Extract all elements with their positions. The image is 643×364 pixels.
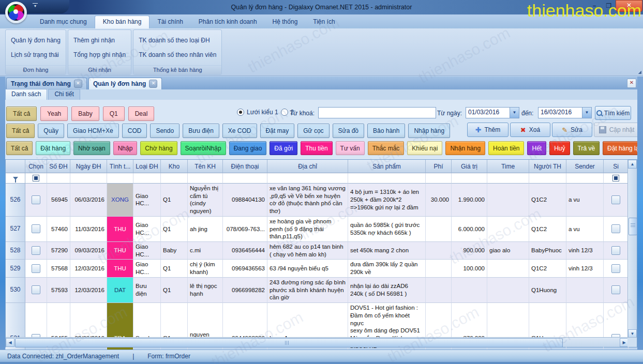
ribbon-tab-tai-chinh[interactable]: Tài chính [149,16,190,28]
column-header-time[interactable]: Time [487,160,529,173]
status-filter-button[interactable]: Huỷ [549,141,570,155]
row-si-checkbox[interactable] [611,195,620,204]
filter-cell[interactable] [452,173,487,184]
column-header-ngay-dh[interactable]: Ngày ĐH [70,160,107,173]
tab-close-icon[interactable]: ✕ [149,80,157,88]
select-cell[interactable] [25,242,47,260]
row-number[interactable]: 527 [6,217,25,242]
select-cell[interactable] [25,278,47,303]
table-row[interactable]: 527 57460 11/03/2016 THU Giao HC... Q1 a… [6,217,629,242]
row-select-checkbox[interactable] [32,195,40,204]
filter-button[interactable]: Bưu điện [183,124,219,138]
si-all-checkbox[interactable] [612,175,619,181]
filter-button[interactable]: Tất cả [6,124,35,138]
filter-cell[interactable] [348,173,426,184]
filter-button[interactable]: Quầy [38,124,64,138]
horizontal-scrollbar[interactable]: ◀ ▶ [6,337,629,347]
column-header-gia-tri[interactable]: Giá trị [452,160,487,173]
row-number[interactable]: 529 [6,260,25,277]
tabbar-close-icon[interactable]: ✕ [627,79,636,88]
select-cell[interactable] [25,184,47,217]
grid-style-1-radio[interactable] [237,109,244,116]
table-row[interactable]: 529 57568 12/03/2016 THU Giao HC... Q1 c… [6,260,629,277]
close-button[interactable]: ✕ [616,0,642,12]
filter-button[interactable]: Q1 [103,107,125,121]
table-row[interactable]: 528 57290 09/03/2016 THU Giao HC... Baby… [6,242,629,260]
column-header-chon[interactable]: Chọn [25,160,47,173]
status-filter-button[interactable]: Nhờ soạn [73,141,110,155]
column-header-loai-dh[interactable]: Loại ĐH [133,160,161,173]
status-filter-button[interactable]: Khiếu nại [407,141,442,155]
ribbon-item-them-ghi-nhan[interactable]: Thêm ghi nhận [70,36,129,45]
filter-cell[interactable] [25,173,47,184]
ribbon-item-tk-nhan-vien[interactable]: TK doanh số theo nhân viên [136,50,219,59]
date-to-picker[interactable]: 16/03/2016 ▼ [538,107,592,118]
status-filter-button[interactable]: Trả về [573,141,600,155]
status-filter-button[interactable]: Nhập [113,141,138,155]
filter-button[interactable]: Yeah [40,107,68,121]
column-header-ten-kh[interactable]: Tên KH [188,160,223,173]
select-cell[interactable] [25,260,47,277]
filter-button[interactable]: Baby [71,107,99,121]
edit-button[interactable]: ✎ Sửa [552,123,592,137]
status-filter-button[interactable]: Đặt hàng [36,141,70,155]
filter-button[interactable]: COD [122,124,147,138]
grid-style-2-radio[interactable] [281,109,288,116]
horizontal-scroll-thumb[interactable] [15,338,563,347]
add-button[interactable]: ✚ Thêm [467,123,509,137]
table-row[interactable]: 526 56945 06/03/2016 XONG Giao HC... Q1 … [6,184,629,217]
si-cell[interactable] [604,184,629,217]
filter-button[interactable]: Xe COD [222,124,257,138]
filter-cell[interactable] [566,173,604,184]
row-number[interactable]: 528 [6,242,25,260]
ribbon-item-lich-su-trang-thai[interactable]: Lịch sử trạng thái [8,50,64,59]
si-cell[interactable] [604,217,629,242]
row-select-checkbox[interactable] [32,246,40,255]
filter-cell[interactable] [426,173,452,184]
column-header-sender[interactable]: Sender [566,160,604,173]
column-header-nguoi-th[interactable]: Người TH [529,160,566,173]
status-filter-button[interactable]: Chờ hàng [140,141,177,155]
filter-cell[interactable] [529,173,566,184]
row-select-checkbox[interactable] [32,264,40,273]
select-cell[interactable] [25,217,47,242]
scroll-left-icon[interactable]: ◀ [6,338,14,347]
row-si-checkbox[interactable] [611,264,620,273]
calendar-dropdown-icon[interactable]: ▼ [510,108,519,118]
filter-button[interactable]: Tất cả [6,107,37,121]
filter-cell[interactable] [107,173,133,184]
date-from-picker[interactable]: 01/03/2016 ▼ [466,107,519,118]
vertical-scroll-thumb[interactable] [629,218,637,235]
si-cell[interactable] [604,278,629,303]
ribbon-tab-he-thong[interactable]: Hệ thống [265,16,306,28]
tab-close-icon[interactable]: ✕ [74,80,82,88]
filter-cell[interactable] [188,173,223,184]
column-header-kho[interactable]: Kho [161,160,188,173]
status-filter-button[interactable]: Tất cả [6,141,33,155]
filter-cell[interactable] [70,173,107,184]
row-select-checkbox[interactable] [32,224,40,233]
filter-button[interactable]: Nhập hàng [408,124,450,138]
filter-button[interactable]: Sendo [150,124,180,138]
filter-button[interactable]: Deal [128,107,155,121]
column-header-san-pham[interactable]: Sản phẩm [348,160,426,173]
table-row[interactable]: 530 57593 12/03/2016 DAT Bưu điện Q1 lê … [6,278,629,303]
row-si-checkbox[interactable] [611,246,620,255]
column-header-phi[interactable]: Phí [426,160,452,173]
ribbon-tab-danh-muc-chung[interactable]: Danh mục chung [32,16,95,28]
filter-cell[interactable] [133,173,161,184]
row-number[interactable]: 530 [6,278,25,303]
select-all-checkbox[interactable] [33,175,39,181]
quick-access-dropdown-icon[interactable]: ▾ [33,3,38,8]
filter-button[interactable]: Sửa đồ [333,124,364,138]
filter-cell[interactable] [487,173,529,184]
column-header-tinh-trang[interactable]: Tình t... [107,160,133,173]
si-cell[interactable] [604,242,629,260]
filter-cell[interactable] [267,173,348,184]
doc-tab-quan-ly-don-hang[interactable]: Quản lý đơn hàng ✕ [88,78,162,89]
filter-cell[interactable] [161,173,188,184]
doc-tab-trang-thai-don-hang[interactable]: Trạng thái đơn hàng ✕ [6,78,87,89]
group-dialog-launcher-icon[interactable] [638,71,641,74]
status-filter-button[interactable]: Thu tiền [301,141,332,155]
maximize-button[interactable]: ❒ [603,2,615,10]
